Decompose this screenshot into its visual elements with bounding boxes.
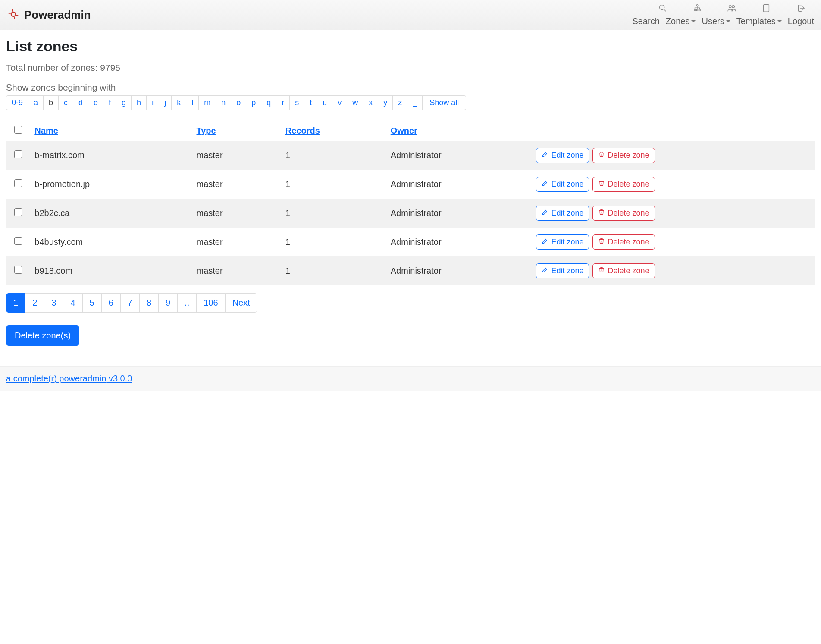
page-Next[interactable]: Next — [225, 293, 257, 313]
page-1[interactable]: 1 — [6, 293, 25, 313]
delete-zone-button[interactable]: Delete zone — [592, 234, 655, 250]
svg-point-3 — [694, 9, 696, 11]
page-9[interactable]: 9 — [158, 293, 178, 313]
page-3[interactable]: 3 — [44, 293, 63, 313]
page-2[interactable]: 2 — [25, 293, 44, 313]
trash-icon — [598, 209, 605, 218]
delete-zone-button[interactable]: Delete zone — [592, 263, 655, 278]
letter-n[interactable]: n — [216, 95, 231, 110]
nav-users[interactable]: Users — [702, 16, 730, 26]
templates-icon[interactable] — [761, 3, 771, 15]
letter-i[interactable]: i — [146, 95, 159, 110]
page-4[interactable]: 4 — [63, 293, 82, 313]
page-..[interactable]: .. — [177, 293, 197, 313]
cell-type: master — [192, 199, 281, 228]
svg-point-7 — [732, 6, 735, 8]
trash-icon — [598, 238, 605, 247]
svg-point-6 — [729, 6, 732, 8]
header-name[interactable]: Name — [34, 126, 58, 135]
letter-l[interactable]: l — [186, 95, 199, 110]
nav-logout[interactable]: Logout — [788, 16, 814, 26]
cell-type: master — [192, 141, 281, 170]
letter-d[interactable]: d — [73, 95, 88, 110]
page-8[interactable]: 8 — [139, 293, 159, 313]
cell-owner: Administrator — [386, 228, 532, 256]
delete-zone-button[interactable]: Delete zone — [592, 177, 655, 192]
total-zones: Total number of zones: 9795 — [6, 63, 815, 73]
delete-zones-button[interactable]: Delete zone(s) — [6, 325, 79, 346]
row-checkbox[interactable] — [14, 208, 22, 216]
edit-zone-button[interactable]: Edit zone — [536, 148, 589, 163]
letter-c[interactable]: c — [58, 95, 73, 110]
header-type[interactable]: Type — [197, 126, 216, 135]
pagination: 123456789..106Next — [6, 293, 815, 313]
cell-records: 1 — [281, 199, 386, 228]
letter-show-all[interactable]: Show all — [422, 95, 466, 110]
svg-point-2 — [696, 5, 698, 6]
letter-v[interactable]: v — [332, 95, 347, 110]
letter-a[interactable]: a — [28, 95, 44, 110]
row-checkbox[interactable] — [14, 266, 22, 274]
cell-records: 1 — [281, 170, 386, 199]
letter-w[interactable]: w — [347, 95, 363, 110]
letter-x[interactable]: x — [363, 95, 378, 110]
letter-r[interactable]: r — [276, 95, 290, 110]
letter-f[interactable]: f — [103, 95, 116, 110]
header-records[interactable]: Records — [285, 126, 320, 135]
letter-o[interactable]: o — [231, 95, 246, 110]
letter-p[interactable]: p — [246, 95, 261, 110]
row-checkbox[interactable] — [14, 179, 22, 187]
logo-icon — [7, 8, 20, 22]
row-checkbox[interactable] — [14, 150, 22, 158]
letter-s[interactable]: s — [289, 95, 304, 110]
delete-label: Delete zone — [608, 151, 649, 160]
trash-icon — [598, 180, 605, 189]
select-all-checkbox[interactable] — [14, 126, 22, 134]
users-icon[interactable] — [727, 3, 736, 15]
edit-zone-button[interactable]: Edit zone — [536, 234, 589, 250]
letter-g[interactable]: g — [116, 95, 132, 110]
letter-e[interactable]: e — [88, 95, 103, 110]
letter-q[interactable]: q — [261, 95, 276, 110]
page-106[interactable]: 106 — [196, 293, 225, 313]
delete-zone-button[interactable]: Delete zone — [592, 206, 655, 221]
letter-0-9[interactable]: 0-9 — [6, 95, 28, 110]
row-checkbox[interactable] — [14, 237, 22, 245]
letter-j[interactable]: j — [159, 95, 172, 110]
letter-m[interactable]: m — [198, 95, 216, 110]
cell-records: 1 — [281, 141, 386, 170]
zones-icon[interactable] — [693, 3, 702, 15]
page-7[interactable]: 7 — [120, 293, 140, 313]
footer-link[interactable]: a complete(r) poweradmin v3.0.0 — [6, 374, 132, 383]
delete-zone-button[interactable]: Delete zone — [592, 148, 655, 163]
logout-icon[interactable] — [796, 3, 805, 15]
chevron-down-icon — [777, 20, 782, 22]
letter-_[interactable]: _ — [407, 95, 423, 110]
page-5[interactable]: 5 — [82, 293, 102, 313]
letter-u[interactable]: u — [317, 95, 332, 110]
edit-zone-button[interactable]: Edit zone — [536, 177, 589, 192]
letter-y[interactable]: y — [378, 95, 393, 110]
edit-icon — [542, 151, 548, 160]
edit-zone-button[interactable]: Edit zone — [536, 263, 589, 278]
edit-label: Edit zone — [551, 238, 583, 247]
chevron-down-icon — [726, 20, 730, 22]
nav-templates[interactable]: Templates — [736, 16, 782, 26]
letter-b[interactable]: b — [43, 95, 59, 110]
table-row: b918.commaster1AdministratorEdit zoneDel… — [6, 256, 815, 285]
letter-k[interactable]: k — [171, 95, 186, 110]
footer-link-text: a complete(r) poweradmin — [6, 374, 106, 383]
letter-h[interactable]: h — [131, 95, 147, 110]
search-icon[interactable] — [658, 3, 667, 15]
page-6[interactable]: 6 — [101, 293, 121, 313]
letter-z[interactable]: z — [392, 95, 407, 110]
header-owner[interactable]: Owner — [391, 126, 417, 135]
brand[interactable]: Poweradmin — [7, 8, 91, 22]
letter-t[interactable]: t — [304, 95, 317, 110]
cell-records: 1 — [281, 228, 386, 256]
nav-search[interactable]: Search — [632, 16, 659, 26]
table-row: b4busty.commaster1AdministratorEdit zone… — [6, 228, 815, 256]
edit-zone-button[interactable]: Edit zone — [536, 206, 589, 221]
edit-label: Edit zone — [551, 151, 583, 160]
nav-zones[interactable]: Zones — [666, 16, 696, 26]
